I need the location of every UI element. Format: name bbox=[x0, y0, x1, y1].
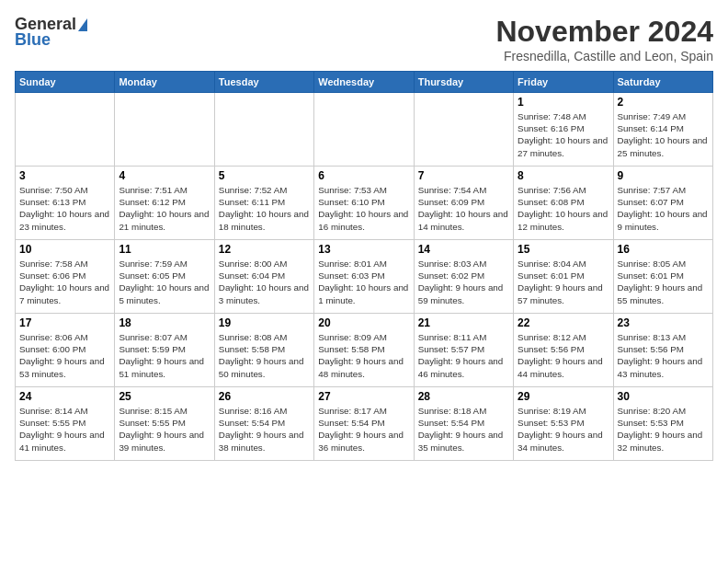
day-info: Sunrise: 7:57 AM Sunset: 6:07 PM Dayligh… bbox=[618, 184, 709, 233]
weekday-header-tuesday: Tuesday bbox=[214, 72, 313, 93]
calendar-cell: 16Sunrise: 8:05 AM Sunset: 6:01 PM Dayli… bbox=[613, 240, 712, 314]
calendar-cell: 13Sunrise: 8:01 AM Sunset: 6:03 PM Dayli… bbox=[314, 240, 414, 314]
title-block: November 2024 Fresnedilla, Castille and … bbox=[495, 15, 713, 63]
day-number: 14 bbox=[418, 243, 509, 256]
day-info: Sunrise: 8:05 AM Sunset: 6:01 PM Dayligh… bbox=[618, 258, 709, 306]
calendar-cell: 25Sunrise: 8:15 AM Sunset: 5:55 PM Dayli… bbox=[115, 387, 214, 461]
calendar-cell: 28Sunrise: 8:18 AM Sunset: 5:54 PM Dayli… bbox=[414, 387, 513, 461]
weekday-header-monday: Monday bbox=[115, 72, 214, 93]
calendar-cell: 29Sunrise: 8:19 AM Sunset: 5:53 PM Dayli… bbox=[514, 387, 613, 461]
day-info: Sunrise: 8:18 AM Sunset: 5:54 PM Dayligh… bbox=[418, 405, 509, 454]
day-info: Sunrise: 8:15 AM Sunset: 5:55 PM Dayligh… bbox=[119, 405, 210, 454]
day-number: 15 bbox=[518, 243, 609, 256]
calendar-cell bbox=[214, 93, 313, 167]
day-info: Sunrise: 8:20 AM Sunset: 5:53 PM Dayligh… bbox=[618, 405, 709, 454]
day-info: Sunrise: 7:53 AM Sunset: 6:10 PM Dayligh… bbox=[318, 184, 409, 233]
calendar-cell: 2Sunrise: 7:49 AM Sunset: 6:14 PM Daylig… bbox=[613, 93, 712, 167]
weekday-header-row: SundayMondayTuesdayWednesdayThursdayFrid… bbox=[16, 72, 713, 93]
calendar-cell: 9Sunrise: 7:57 AM Sunset: 6:07 PM Daylig… bbox=[613, 167, 712, 240]
day-number: 21 bbox=[418, 316, 509, 329]
day-number: 25 bbox=[119, 390, 210, 403]
calendar-cell: 23Sunrise: 8:13 AM Sunset: 5:56 PM Dayli… bbox=[613, 314, 712, 387]
day-number: 30 bbox=[618, 390, 709, 403]
day-number: 3 bbox=[19, 169, 110, 182]
week-row-4: 17Sunrise: 8:06 AM Sunset: 6:00 PM Dayli… bbox=[16, 314, 713, 387]
day-number: 4 bbox=[119, 169, 210, 182]
day-number: 7 bbox=[418, 169, 509, 182]
calendar-cell: 26Sunrise: 8:16 AM Sunset: 5:54 PM Dayli… bbox=[214, 387, 313, 461]
weekday-header-sunday: Sunday bbox=[16, 72, 115, 93]
day-info: Sunrise: 8:09 AM Sunset: 5:58 PM Dayligh… bbox=[318, 331, 409, 380]
day-number: 5 bbox=[219, 169, 310, 182]
logo: General Blue bbox=[15, 15, 87, 50]
day-number: 23 bbox=[618, 316, 709, 329]
calendar-cell bbox=[16, 93, 115, 167]
day-number: 24 bbox=[19, 390, 110, 403]
day-number: 6 bbox=[318, 169, 409, 182]
day-number: 1 bbox=[518, 96, 609, 109]
day-number: 2 bbox=[618, 96, 709, 109]
day-info: Sunrise: 8:12 AM Sunset: 5:56 PM Dayligh… bbox=[518, 331, 609, 380]
logo-blue-text: Blue bbox=[15, 30, 51, 50]
week-row-3: 10Sunrise: 7:58 AM Sunset: 6:06 PM Dayli… bbox=[16, 240, 713, 314]
calendar-cell bbox=[314, 93, 414, 167]
calendar-cell: 14Sunrise: 8:03 AM Sunset: 6:02 PM Dayli… bbox=[414, 240, 513, 314]
day-info: Sunrise: 8:11 AM Sunset: 5:57 PM Dayligh… bbox=[418, 331, 509, 380]
day-number: 12 bbox=[219, 243, 310, 256]
day-info: Sunrise: 8:04 AM Sunset: 6:01 PM Dayligh… bbox=[518, 258, 609, 306]
day-info: Sunrise: 7:52 AM Sunset: 6:11 PM Dayligh… bbox=[219, 184, 310, 233]
weekday-header-wednesday: Wednesday bbox=[314, 72, 414, 93]
day-number: 28 bbox=[418, 390, 509, 403]
day-info: Sunrise: 7:54 AM Sunset: 6:09 PM Dayligh… bbox=[418, 184, 509, 233]
calendar-table: SundayMondayTuesdayWednesdayThursdayFrid… bbox=[15, 71, 713, 461]
logo-triangle-icon bbox=[78, 18, 87, 31]
calendar-cell: 30Sunrise: 8:20 AM Sunset: 5:53 PM Dayli… bbox=[613, 387, 712, 461]
day-number: 20 bbox=[318, 316, 409, 329]
day-number: 16 bbox=[618, 243, 709, 256]
day-info: Sunrise: 8:06 AM Sunset: 6:00 PM Dayligh… bbox=[19, 331, 110, 380]
day-number: 22 bbox=[518, 316, 609, 329]
weekday-header-thursday: Thursday bbox=[414, 72, 513, 93]
day-info: Sunrise: 8:01 AM Sunset: 6:03 PM Dayligh… bbox=[318, 258, 409, 306]
day-number: 8 bbox=[518, 169, 609, 182]
calendar-cell: 17Sunrise: 8:06 AM Sunset: 6:00 PM Dayli… bbox=[16, 314, 115, 387]
calendar-cell: 10Sunrise: 7:58 AM Sunset: 6:06 PM Dayli… bbox=[16, 240, 115, 314]
day-info: Sunrise: 8:07 AM Sunset: 5:59 PM Dayligh… bbox=[119, 331, 210, 380]
calendar-cell: 4Sunrise: 7:51 AM Sunset: 6:12 PM Daylig… bbox=[115, 167, 214, 240]
month-year-title: November 2024 bbox=[495, 15, 713, 49]
day-number: 17 bbox=[19, 316, 110, 329]
day-number: 29 bbox=[518, 390, 609, 403]
week-row-1: 1Sunrise: 7:48 AM Sunset: 6:16 PM Daylig… bbox=[16, 93, 713, 167]
day-info: Sunrise: 8:16 AM Sunset: 5:54 PM Dayligh… bbox=[219, 405, 310, 454]
day-number: 9 bbox=[618, 169, 709, 182]
day-info: Sunrise: 7:59 AM Sunset: 6:05 PM Dayligh… bbox=[119, 258, 210, 306]
calendar-cell: 15Sunrise: 8:04 AM Sunset: 6:01 PM Dayli… bbox=[514, 240, 613, 314]
day-number: 10 bbox=[19, 243, 110, 256]
day-info: Sunrise: 7:51 AM Sunset: 6:12 PM Dayligh… bbox=[119, 184, 210, 233]
calendar-cell: 22Sunrise: 8:12 AM Sunset: 5:56 PM Dayli… bbox=[514, 314, 613, 387]
calendar-cell: 6Sunrise: 7:53 AM Sunset: 6:10 PM Daylig… bbox=[314, 167, 414, 240]
calendar-cell: 18Sunrise: 8:07 AM Sunset: 5:59 PM Dayli… bbox=[115, 314, 214, 387]
calendar-cell: 20Sunrise: 8:09 AM Sunset: 5:58 PM Dayli… bbox=[314, 314, 414, 387]
week-row-5: 24Sunrise: 8:14 AM Sunset: 5:55 PM Dayli… bbox=[16, 387, 713, 461]
calendar-cell: 11Sunrise: 7:59 AM Sunset: 6:05 PM Dayli… bbox=[115, 240, 214, 314]
day-info: Sunrise: 7:48 AM Sunset: 6:16 PM Dayligh… bbox=[518, 110, 609, 159]
calendar-cell bbox=[115, 93, 214, 167]
calendar-cell: 12Sunrise: 8:00 AM Sunset: 6:04 PM Dayli… bbox=[214, 240, 313, 314]
day-info: Sunrise: 8:14 AM Sunset: 5:55 PM Dayligh… bbox=[19, 405, 110, 454]
day-number: 27 bbox=[318, 390, 409, 403]
location-subtitle: Fresnedilla, Castille and Leon, Spain bbox=[495, 49, 713, 63]
day-info: Sunrise: 7:56 AM Sunset: 6:08 PM Dayligh… bbox=[518, 184, 609, 233]
calendar-cell: 24Sunrise: 8:14 AM Sunset: 5:55 PM Dayli… bbox=[16, 387, 115, 461]
calendar-cell bbox=[414, 93, 513, 167]
day-number: 18 bbox=[119, 316, 210, 329]
calendar-cell: 21Sunrise: 8:11 AM Sunset: 5:57 PM Dayli… bbox=[414, 314, 513, 387]
weekday-header-saturday: Saturday bbox=[613, 72, 712, 93]
calendar-cell: 8Sunrise: 7:56 AM Sunset: 6:08 PM Daylig… bbox=[514, 167, 613, 240]
day-info: Sunrise: 7:49 AM Sunset: 6:14 PM Dayligh… bbox=[618, 110, 709, 159]
day-info: Sunrise: 8:00 AM Sunset: 6:04 PM Dayligh… bbox=[219, 258, 310, 306]
week-row-2: 3Sunrise: 7:50 AM Sunset: 6:13 PM Daylig… bbox=[16, 167, 713, 240]
calendar-cell: 3Sunrise: 7:50 AM Sunset: 6:13 PM Daylig… bbox=[16, 167, 115, 240]
day-number: 26 bbox=[219, 390, 310, 403]
weekday-header-friday: Friday bbox=[514, 72, 613, 93]
